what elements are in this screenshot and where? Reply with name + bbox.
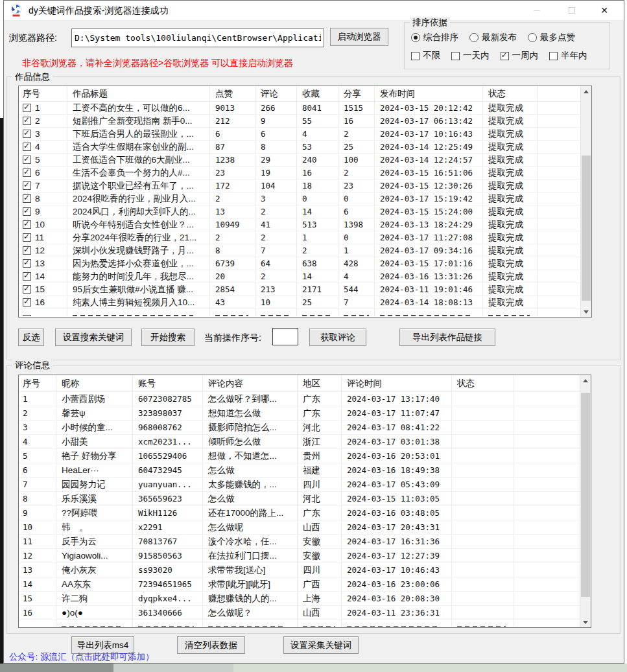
sort-radio-row: 综合排序最新发布最多点赞 (411, 32, 586, 43)
comments-table-row[interactable]: 15 许二狗 dyqpkxe4... 赚想赚钱的人的... 上海 2024-03… (19, 592, 580, 606)
works-scrollbar-thumb[interactable] (582, 156, 591, 301)
works-table-row[interactable]: 7 据说这个职业已经有五年了，... 172 104 18 23 2024-03… (19, 180, 580, 192)
row-checkbox[interactable] (23, 220, 31, 229)
comments-table-row[interactable]: 4 小甜美 xcm20231... 倾听师怎么做 浙江 2024-03-17 0… (19, 435, 580, 449)
comment-seq: 14 (19, 577, 56, 591)
row-checkbox[interactable] (23, 298, 31, 307)
comment-account: 60723082785 (133, 392, 203, 406)
comments-table-row[interactable]: 13 俺小灰灰 ss93020 求带带我[送心] 四川 2024-03-17 1… (19, 563, 580, 577)
work-comment-count: 41 (255, 218, 297, 231)
comments-table-row[interactable]: 3 小时候的童... 968008762 摄影师陪拍怎么... 河北 2024-… (19, 421, 580, 435)
works-col-seq: 序号 (19, 86, 67, 101)
current-index-input[interactable] (272, 328, 298, 345)
comments-table-row[interactable]: 14 AA东东 72394651965 求带[呲牙][呲牙] 广西 2024-0… (19, 577, 580, 592)
comment-status (452, 392, 514, 406)
comments-table-row[interactable]: 9 ??阿婷喂 WikH1126 还在17000的路上... 广东 2024-0… (19, 506, 580, 520)
work-comment-count: 213 (255, 283, 297, 295)
sort-radio-0[interactable]: 综合排序 (411, 32, 458, 43)
start-search-button[interactable]: 开始搜索 (141, 329, 195, 346)
works-table-row[interactable]: 2 短剧推广全新变现指南 新手0... 212 9 55 16 2024-03-… (19, 115, 580, 128)
row-checkbox[interactable] (23, 117, 31, 125)
comments-scrollbar[interactable] (580, 375, 591, 627)
sort-radio-1[interactable]: 最新发布 (469, 32, 517, 43)
work-shares: 0 (338, 192, 375, 205)
works-col-favs: 收藏 (297, 86, 338, 101)
sort-radio-2[interactable]: 最多点赞 (528, 32, 575, 43)
invert-selection-button[interactable]: 反选 (18, 329, 44, 346)
work-shares: 2 (338, 128, 375, 140)
comment-time: 2024-03-16 23:00:06 (342, 577, 452, 591)
comment-time: 2024-03-11 23:36:31 (342, 606, 452, 620)
work-title: 短剧推广全新变现指南 新手0... (67, 115, 210, 127)
row-checkbox[interactable] (23, 130, 31, 138)
row-seq: 5 (35, 155, 40, 165)
works-col-title: 作品标题 (67, 86, 210, 101)
launch-browser-button[interactable]: 启动浏览器 (330, 28, 388, 46)
row-checkbox[interactable] (23, 259, 31, 268)
clear-list-button[interactable]: 清空列表数据 (177, 636, 245, 654)
comment-seq: 9 (19, 506, 56, 520)
works-scrollbar[interactable] (580, 86, 591, 317)
comments-table-row[interactable]: 7 园园努力记 yuanyuan... 太多能赚钱的，... 四川 2024-0… (19, 478, 580, 492)
comments-table-row[interactable]: 8 乐乐溪溪 365659623 怎么做 河北 2024-03-15 11:03… (19, 492, 580, 506)
scroll-down-icon[interactable] (581, 307, 591, 317)
sort-period-0[interactable]: 不限 (411, 50, 440, 62)
works-table-row[interactable]: 16 纯素人博主剪辑短视频月入10... 43 10 25 7 2024-03-… (19, 296, 580, 309)
official-account-link[interactable]: 公众号: 源流汇（点击此处即可添加） (9, 651, 154, 663)
row-checkbox[interactable] (23, 285, 31, 294)
scroll-up-icon[interactable] (581, 86, 591, 97)
comments-table-row[interactable]: 11 反手为云 70813767 泼个冷水哈，任... 安徽 2024-03-1… (19, 535, 580, 549)
works-table-row[interactable]: 4 适合大学生假期在家创业的副... 87 8 53 25 2024-03-14… (19, 141, 580, 154)
works-table-row[interactable]: 6 生活不会辜负一个努力的人#... 23 19 16 2 2024-03-15… (19, 167, 580, 180)
works-table-row[interactable]: 3 下班后适合男人的最强副业，... 6 6 4 2 2024-03-17 10… (19, 128, 580, 141)
maximize-button[interactable] (558, 1, 586, 20)
works-table-row[interactable]: 1 工资不高的女生，可以做的6... 9013 266 8041 1515 20… (19, 102, 580, 115)
row-checkbox[interactable] (23, 233, 31, 242)
comments-table-row[interactable]: 2 馨芸ψ 323898037 想知道怎么做 广东 2024-03-17 11:… (19, 406, 580, 421)
sort-period-2[interactable]: 一周内 (501, 50, 539, 62)
comment-nickname: Yigiaowoli... (56, 549, 133, 562)
comment-status (452, 478, 514, 491)
row-checkbox[interactable] (23, 194, 31, 203)
minimize-button[interactable] (523, 1, 551, 20)
row-checkbox[interactable] (23, 207, 31, 216)
scroll-up-icon[interactable] (580, 375, 591, 386)
row-checkbox[interactable] (23, 272, 31, 281)
row-checkbox[interactable] (23, 168, 31, 177)
works-table-row[interactable]: 14 能努力的时间没几年，我想尽... 20 2 14 4 2024-03-16… (19, 270, 580, 283)
comments-table-row[interactable]: 5 艳子 好物分享 1065529406 想做，不知道怎... 贵州 2024-… (19, 449, 580, 463)
works-table-row[interactable]: 12 深圳小伙发现赚钱野路子，月... 8 7 2 1 2024-03-17 0… (19, 244, 580, 257)
row-checkbox[interactable] (23, 104, 31, 112)
comments-table-row[interactable]: 6 HeaLer··· 604732945 怎么做 福建 2024-03-16 … (19, 463, 580, 478)
row-checkbox[interactable] (23, 246, 31, 255)
row-checkbox[interactable] (23, 181, 31, 190)
work-publish-time: 2024-03-14 12:24:57 (375, 154, 483, 166)
works-table-row[interactable]: 8 2024很吃香的行业，副业月入... 2 3 0 0 2024-03-17 … (19, 192, 580, 205)
row-checkbox[interactable] (23, 156, 31, 164)
works-table-row[interactable]: 11 分享2024年很吃香的行业，21... 2 2 1 0 2024-03-1… (19, 231, 580, 244)
work-comment-count: 3 (255, 192, 297, 205)
row-checkbox[interactable] (23, 143, 31, 151)
comments-table-row[interactable]: 16 ●)o(● 361340666 怎么做呢？ 山西 2024-03-11 2… (19, 606, 580, 620)
works-table-row[interactable]: 9 2024风口，利润却大到吓人的... 13 2 14 6 2024-03-1… (19, 205, 580, 218)
scroll-down-icon[interactable] (580, 617, 591, 627)
sort-period-3[interactable]: 半年内 (549, 50, 587, 62)
comments-table-row[interactable]: 1 小蕾西剧场 60723082785 怎么做呀？到哪... 广东 2024-0… (19, 392, 580, 406)
browser-path-input[interactable] (71, 29, 324, 47)
works-table-row[interactable]: 5 工资低适合下班做的6大副业... 1238 29 240 100 2024-… (19, 154, 580, 167)
desktop-strip-bottom-3 (233, 664, 627, 672)
get-comments-button[interactable]: 获取评论 (309, 329, 366, 346)
comments-table-row[interactable]: 12 Yigiaowoli... 915850563 在法拉利门口摆... 安徽… (19, 549, 580, 563)
comment-region: 山西 (298, 520, 342, 534)
export-work-links-button[interactable]: 导出列表作品链接 (399, 329, 495, 346)
works-table-row[interactable]: 13 因为热爱选择小众赛道创业，... 6739 64 638 428 2024… (19, 257, 580, 270)
comments-table-row[interactable]: 10 韩 。 x2291 怎么做呢 山西 2024-03-17 20:43:31 (19, 520, 580, 535)
set-collect-keywords-button[interactable]: 设置采集关键词 (283, 636, 359, 654)
works-table-row[interactable]: 15 95后女生兼职做#小说直播 赚... 2854 213 2171 544 … (19, 283, 580, 296)
sort-period-1[interactable]: 一天内 (451, 50, 490, 62)
close-button[interactable]: × (590, 1, 619, 20)
comments-scrollbar-thumb[interactable] (581, 393, 590, 597)
set-search-keywords-button[interactable]: 设置搜索关键词 (55, 329, 132, 346)
window-title: dy关键词作品搜索-浏览器连接成功 (29, 5, 168, 17)
works-table-row[interactable]: 10 听说今年特别适合女性创业？... 10949 41 513 1398 20… (19, 218, 580, 231)
